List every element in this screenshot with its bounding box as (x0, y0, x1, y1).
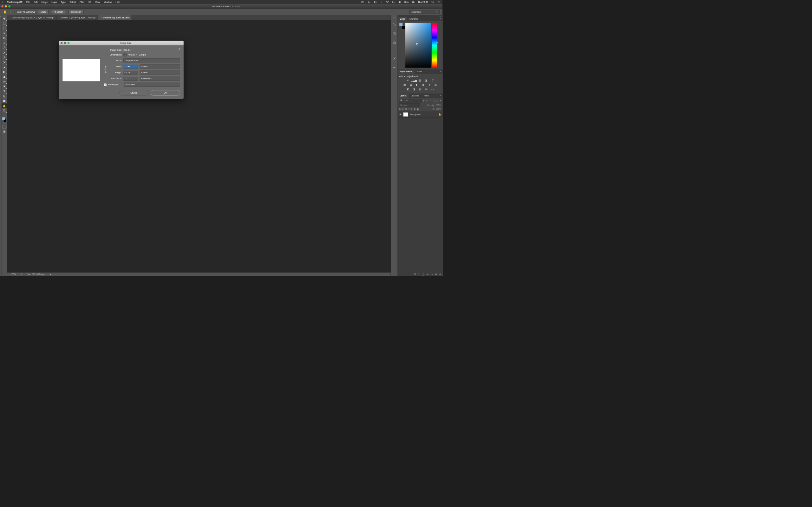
color-field[interactable] (405, 23, 431, 68)
marquee-tool[interactable] (2, 21, 7, 26)
filter-type-icon[interactable]: T (430, 99, 431, 102)
menu-view[interactable]: View (95, 1, 100, 3)
hue-saturation-icon[interactable]: ▦ (403, 83, 406, 87)
history-brush-tool[interactable] (2, 60, 7, 65)
apple-menu-icon[interactable]:  (2, 1, 3, 4)
color-lookup-icon[interactable]: ⊞ (434, 83, 437, 87)
layer-filter-select[interactable]: 🔍Kind (399, 99, 422, 103)
adjustments-tab[interactable]: Adjustments (398, 70, 415, 74)
close-tab-icon[interactable]: × (58, 16, 60, 19)
vibrance-icon[interactable]: ▽ (431, 79, 434, 82)
layer-name[interactable]: Background (410, 113, 421, 116)
lock-pixels-icon[interactable]: ✎ (408, 108, 410, 110)
info-panel-icon[interactable] (392, 41, 396, 45)
lasso-tool[interactable] (2, 26, 7, 31)
time-machine-icon[interactable] (374, 1, 377, 4)
add-mask-icon[interactable]: ◯ (422, 273, 424, 275)
brightness-contrast-icon[interactable]: ☀ (406, 79, 410, 82)
gradient-tool[interactable] (2, 69, 7, 74)
layers-tab[interactable]: Layers (398, 94, 409, 98)
layer-style-icon[interactable]: fx (418, 273, 420, 275)
layer-row[interactable]: 👁 Background 🔒 (398, 111, 442, 118)
crop-tool[interactable] (2, 36, 7, 40)
filter-shape-icon[interactable]: ▢ (433, 99, 435, 102)
new-adjustment-icon[interactable]: ◐ (427, 273, 429, 275)
resample-select[interactable]: Automatic⌄ (124, 83, 180, 87)
visibility-toggle-icon[interactable]: 👁 (399, 113, 401, 116)
menu-help[interactable]: Help (116, 1, 120, 3)
dimensions-unit-toggle[interactable]: ⌄ (123, 53, 127, 56)
bluetooth-icon[interactable] (380, 1, 383, 4)
photo-filter-icon[interactable]: ◉ (422, 83, 425, 87)
hand-tool[interactable]: ✋ (2, 103, 7, 108)
airplay-icon[interactable] (392, 1, 395, 4)
battery-icon[interactable] (412, 1, 415, 4)
brush-tool[interactable] (2, 50, 7, 55)
channel-mixer-icon[interactable]: ◈ (428, 83, 431, 87)
brushes-panel-icon[interactable] (392, 56, 396, 61)
quick-mask-toggle[interactable] (2, 125, 6, 128)
brush-presets-panel-icon[interactable] (392, 65, 396, 69)
dodge-tool[interactable] (2, 79, 7, 84)
resolution-input[interactable]: 72 (123, 77, 138, 80)
lock-artboard-icon[interactable]: ▣ (414, 108, 416, 110)
menu-filter[interactable]: Filter (80, 1, 85, 3)
styles-tab[interactable]: Styles (415, 70, 424, 74)
menu-select[interactable]: Select (69, 1, 76, 3)
dialog-close-button[interactable] (61, 42, 63, 44)
document-tab[interactable]: ×Untitled-1 @ 100% (Layer 1, RGB/8) * (56, 15, 98, 20)
foreground-background-colors[interactable] (2, 117, 7, 122)
workspace-switcher[interactable]: Essentials▾ (410, 10, 439, 14)
fill-screen-button[interactable]: Fill Screen (68, 10, 83, 14)
levels-icon[interactable]: ▁▃▅ (412, 79, 416, 82)
gradient-map-icon[interactable]: ▭ (431, 88, 434, 91)
screen-mode-toggle[interactable]: ▣ (3, 130, 5, 133)
zoom-100-button[interactable]: 100% (38, 10, 48, 14)
menu-file[interactable]: File (26, 1, 30, 3)
posterize-icon[interactable]: ◨ (412, 88, 416, 91)
blur-tool[interactable] (2, 74, 7, 79)
fit-to-select[interactable]: Original Size⌄ (123, 58, 180, 62)
width-input[interactable]: 5.556 (123, 65, 138, 68)
menu-layer[interactable]: Layer (51, 1, 57, 3)
history-panel-icon[interactable] (392, 22, 396, 27)
new-layer-icon[interactable]: ▣ (435, 273, 437, 275)
properties-panel-icon[interactable] (392, 32, 396, 36)
path-selection-tool[interactable] (2, 94, 7, 98)
color-tab[interactable]: Color (398, 17, 407, 21)
quick-selection-tool[interactable] (2, 31, 7, 36)
spotlight-icon[interactable] (431, 1, 434, 4)
filter-toggle-icon[interactable]: ● (440, 99, 441, 102)
menu-type[interactable]: Type (61, 1, 66, 3)
color-balance-icon[interactable]: ⚖ (409, 83, 413, 87)
canvas[interactable]: Image Size ⚙ Image Size: 280.1K Dimensio… (7, 20, 391, 273)
cancel-button[interactable]: Cancel (119, 90, 149, 96)
expand-panels-icon[interactable]: ◂◂ (393, 16, 395, 18)
wifi-icon[interactable] (386, 1, 389, 4)
healing-brush-tool[interactable] (2, 45, 7, 50)
hand-tool-icon[interactable]: ✋ (3, 10, 7, 14)
move-tool[interactable] (2, 16, 7, 21)
black-white-icon[interactable]: ◧ (415, 83, 419, 87)
status-export-icon[interactable]: ⇱ (21, 273, 22, 276)
height-input[interactable]: 3.319 (123, 71, 138, 74)
lock-transparency-icon[interactable]: ▦ (405, 108, 407, 110)
document-tab[interactable]: ×dumbledore.psd @ 102% (Layer 28, RGB/8)… (7, 15, 56, 20)
rectangle-tool[interactable] (2, 99, 7, 103)
filter-smart-icon[interactable]: ◫ (436, 99, 438, 102)
resolution-unit-select[interactable]: Pixels/Inch⌄ (139, 76, 180, 80)
filter-pixel-icon[interactable]: ▦ (423, 99, 424, 102)
opacity-value[interactable]: 100% (436, 104, 441, 107)
exposure-icon[interactable]: ◪ (425, 79, 428, 82)
layer-thumbnail[interactable] (403, 112, 408, 116)
constrain-proportions-icon[interactable] (104, 66, 107, 73)
close-window-button[interactable] (1, 5, 3, 8)
type-tool[interactable]: T (2, 89, 7, 94)
curves-icon[interactable]: ▨ (418, 79, 422, 82)
color-swatches[interactable] (399, 23, 404, 28)
hue-slider[interactable] (432, 23, 437, 68)
selective-color-icon[interactable]: ✉ (425, 88, 428, 91)
blend-mode-select[interactable]: Normal (399, 103, 420, 107)
app-name[interactable]: Photoshop CC (7, 1, 22, 3)
clone-stamp-tool[interactable] (2, 55, 7, 60)
